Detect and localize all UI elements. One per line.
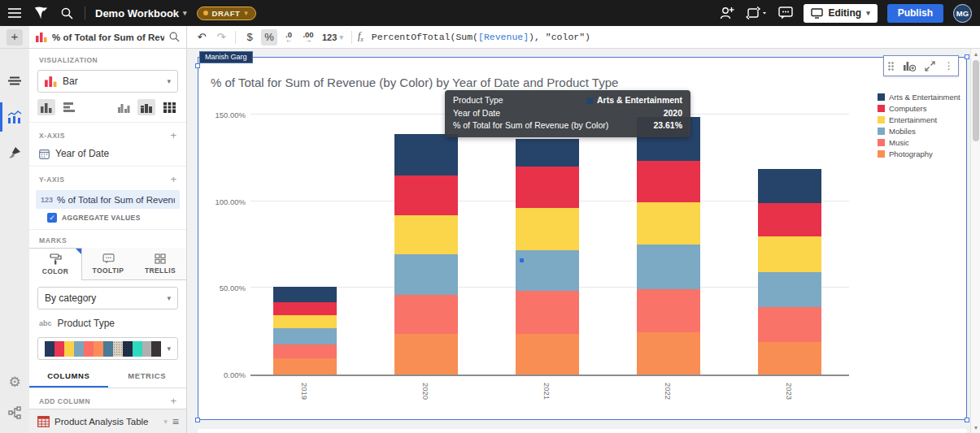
bar-segment[interactable] <box>273 302 337 315</box>
bar-segment[interactable] <box>637 332 700 375</box>
undo-button[interactable]: ↶ <box>194 29 210 45</box>
color-palette-select[interactable]: ▾ <box>37 337 178 360</box>
stacked-bar-toggle[interactable] <box>137 99 155 115</box>
bar-segment[interactable] <box>394 134 458 175</box>
bar-segment[interactable] <box>758 307 821 342</box>
add-x-axis-button[interactable]: + <box>170 129 176 141</box>
number-format-dropdown[interactable]: 123 ▾ <box>320 29 346 45</box>
bar-segment[interactable] <box>394 175 458 215</box>
maximize-icon[interactable] <box>925 61 935 71</box>
add-child-chart-icon[interactable] <box>903 60 916 71</box>
bar-segment[interactable] <box>758 342 821 375</box>
canvas-scrollbar[interactable]: ▲ ▼ <box>970 49 980 433</box>
publish-button[interactable]: Publish <box>887 4 943 23</box>
tab-metrics[interactable]: METRICS <box>108 365 187 388</box>
x-axis-field[interactable]: Year of Date <box>29 145 186 166</box>
selection-handle[interactable] <box>195 418 200 422</box>
legend-item[interactable]: Mobiles <box>878 126 960 136</box>
stacked-bar-2022[interactable] <box>637 117 700 375</box>
stacked-bar-2021[interactable] <box>516 139 579 375</box>
add-y-axis-button[interactable]: + <box>170 173 176 185</box>
workbook-title[interactable]: Demo Workbook ▾ <box>95 7 187 19</box>
bar-segment[interactable] <box>273 315 337 329</box>
legend-item[interactable]: Music <box>878 137 960 148</box>
next-page-element[interactable] <box>198 429 967 433</box>
scrollbar-thumb[interactable] <box>973 60 979 141</box>
tab-columns[interactable]: COLUMNS <box>29 365 108 388</box>
tab-trellis[interactable]: TRELLIS <box>134 248 186 280</box>
percent-stacked-bar-toggle[interactable] <box>160 99 178 115</box>
bar-segment[interactable] <box>273 344 337 358</box>
horizontal-bar-toggle[interactable] <box>60 99 78 115</box>
bar-segment[interactable] <box>516 208 579 250</box>
search-icon[interactable] <box>169 32 180 42</box>
comments-icon[interactable] <box>777 5 794 21</box>
drag-handle-icon[interactable] <box>888 62 894 71</box>
stacked-bar-2023[interactable] <box>758 169 821 375</box>
rail-format-brush[interactable] <box>0 135 29 171</box>
bar-segment[interactable] <box>758 272 821 307</box>
formula-input[interactable]: PercentOfTotal(Sum([Revenue]), "color") <box>372 32 590 42</box>
rail-element-properties[interactable] <box>0 99 29 135</box>
selection-handle[interactable] <box>195 63 200 68</box>
kebab-menu-icon[interactable]: ⋮ <box>944 60 954 71</box>
source-table-row[interactable]: Product Analysis Table ▾ ≡ <box>29 409 186 433</box>
bar-segment[interactable] <box>758 236 821 271</box>
avatar[interactable]: MG <box>953 4 972 23</box>
decrease-decimal-button[interactable]: .0← <box>281 29 297 45</box>
tab-color[interactable]: COLOR <box>29 248 82 280</box>
legend-item[interactable]: Entertainment <box>878 115 960 125</box>
refresh-icon[interactable] <box>745 5 768 21</box>
bar-segment[interactable] <box>637 161 700 203</box>
bar-segment[interactable] <box>637 289 700 332</box>
editing-mode-button[interactable]: Editing ▾ <box>804 4 877 23</box>
color-field[interactable]: abc Product Type <box>29 314 186 336</box>
percent-format-button[interactable]: % <box>261 29 277 45</box>
bar-segment[interactable] <box>273 358 337 375</box>
aggregate-values-checkbox[interactable]: ✓ <box>47 213 57 223</box>
add-element-button[interactable]: + <box>7 29 23 45</box>
chart-element[interactable]: Manish Garg ⋮ % of Total for Sum of Reve… <box>198 57 967 420</box>
rail-lineage-icon[interactable] <box>0 401 29 425</box>
vertical-bar-toggle[interactable] <box>37 99 55 115</box>
selection-handle[interactable] <box>965 54 969 59</box>
bar-segment[interactable] <box>637 202 700 245</box>
bar-segment[interactable] <box>273 328 337 344</box>
scroll-up-icon[interactable]: ▲ <box>971 49 980 58</box>
sigma-logo-icon[interactable] <box>33 5 49 21</box>
stacked-bar-2019[interactable] <box>273 287 337 375</box>
bar-segment[interactable] <box>758 169 821 203</box>
bar-segment[interactable] <box>516 250 579 291</box>
rail-page-outline[interactable] <box>0 63 29 99</box>
legend-item[interactable]: Arts & Entertainment <box>878 92 960 102</box>
bar-segment[interactable] <box>516 291 579 334</box>
currency-format-button[interactable]: $ <box>242 29 258 45</box>
bar-segment[interactable] <box>516 167 579 209</box>
increase-decimal-button[interactable]: .00→ <box>300 29 316 45</box>
bar-segment[interactable] <box>758 203 821 237</box>
redo-button[interactable]: ↷ <box>213 29 229 45</box>
bar-segment[interactable] <box>637 245 700 289</box>
bar-segment[interactable] <box>394 215 458 254</box>
bar-segment[interactable] <box>394 334 458 375</box>
color-by-select[interactable]: By category ▾ <box>37 287 178 310</box>
rail-settings-gear-icon[interactable]: ⚙ <box>0 370 29 394</box>
scroll-down-icon[interactable]: ▼ <box>971 422 980 432</box>
selection-handle[interactable] <box>965 418 969 422</box>
draft-badge[interactable]: DRAFT ▾ <box>197 6 256 20</box>
element-list-icon[interactable]: ≡ <box>172 415 178 428</box>
tab-tooltip[interactable]: TOOLTIP <box>82 248 134 280</box>
y-axis-field[interactable]: 123 % of Total for Sum of Revenu... <box>36 190 180 209</box>
hamburger-menu-icon[interactable] <box>7 5 23 21</box>
add-column-button[interactable]: + <box>170 395 176 407</box>
bar-segment[interactable] <box>394 254 458 295</box>
bar-segment[interactable] <box>516 334 579 375</box>
bar-segment[interactable] <box>516 139 579 166</box>
search-icon[interactable] <box>59 5 75 21</box>
stacked-bar-2020[interactable] <box>394 134 458 375</box>
legend-item[interactable]: Computers <box>878 103 960 114</box>
invite-user-icon[interactable] <box>719 5 735 21</box>
bar-segment[interactable] <box>394 295 458 334</box>
grouped-bar-toggle[interactable] <box>115 99 133 115</box>
legend-item[interactable]: Photography <box>878 149 960 159</box>
